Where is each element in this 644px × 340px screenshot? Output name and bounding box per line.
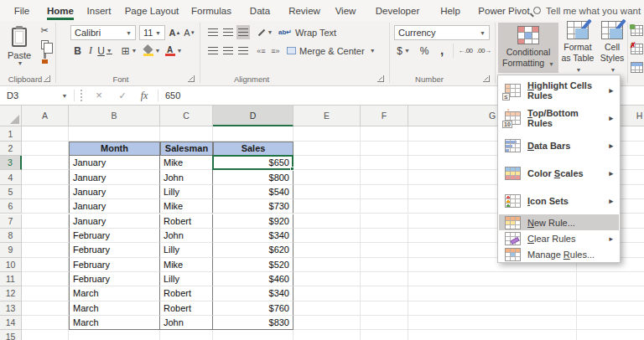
cell-B15[interactable] [69,330,160,340]
cell-B11[interactable]: February [69,272,160,286]
cell-B9[interactable]: February [69,243,160,257]
column-header-E[interactable]: E [293,106,361,126]
align-right-button[interactable] [236,44,250,58]
cell-F4[interactable] [361,170,408,184]
cell-B4[interactable]: January [69,170,160,184]
column-header-F[interactable]: F [361,106,408,126]
font-family-select[interactable]: Calibri▼ [70,25,136,40]
cell-D7[interactable]: $920 [213,214,293,229]
cell-C10[interactable]: Mike [160,258,213,272]
cell-H12[interactable] [577,286,644,301]
tab-power-pivot[interactable]: Power Pivot [478,0,529,21]
format-as-table-button[interactable]: Format as Table ▼ [560,23,595,73]
row-header-5[interactable]: 5 [0,185,22,199]
row-header-3[interactable]: 3 [0,156,22,170]
table-header-sales[interactable]: Sales [213,142,293,156]
cell-A9[interactable] [22,243,69,257]
cancel-icon[interactable]: × [92,86,106,105]
cell-B10[interactable]: February [69,258,160,272]
menu-item-icon-sets[interactable]: Icon Sets▸ [499,187,619,214]
cut-button[interactable]: ✂ [37,24,52,36]
cell-E3[interactable] [293,156,361,170]
cell-D15[interactable] [213,330,293,340]
row-header-12[interactable]: 12 [0,286,22,301]
delete-cells-button[interactable] [631,44,643,54]
decrease-indent-button[interactable]: «≡ [255,44,267,58]
tab-page-layout[interactable]: Page Layout [125,0,179,21]
cell-A14[interactable] [22,316,69,330]
align-left-button[interactable] [206,44,220,58]
enter-icon[interactable]: ✓ [116,86,129,105]
cell-F1[interactable] [361,126,408,141]
cell-C5[interactable]: Lilly [160,185,213,199]
row-header-9[interactable]: 9 [0,243,22,257]
cell-D13[interactable]: $760 [213,301,293,316]
cell-C12[interactable]: Robert [160,286,213,301]
cell-C6[interactable]: Mike [160,199,213,214]
cell-D1[interactable] [213,126,293,141]
cell-D6[interactable]: $730 [213,199,293,214]
column-header-B[interactable]: B [69,106,160,126]
cell-G13[interactable] [408,301,577,316]
tab-data[interactable]: Data [250,0,270,21]
increase-decimal-button[interactable]: ←.00 [457,44,474,58]
cell-H11[interactable] [577,272,644,286]
cell-styles-button[interactable]: Cell Styles ▼ [597,23,627,73]
select-all-corner[interactable] [0,106,22,126]
cell-F9[interactable] [361,243,408,257]
wrap-text-button[interactable]: ab↵ Wrap Text [278,25,367,39]
cell-F7[interactable] [361,214,408,229]
underline-button[interactable]: U▼ [97,44,112,58]
conditional-formatting-button[interactable]: Conditional Formatting ▼ [498,23,558,73]
cell-B1[interactable] [69,126,160,141]
row-header-15[interactable]: 15 [0,330,22,340]
cell-H13[interactable] [577,301,644,316]
cell-E5[interactable] [293,185,361,199]
cell-A1[interactable] [22,126,69,141]
cell-E10[interactable] [293,258,361,272]
font-dialog-launcher[interactable] [188,75,195,82]
cell-D5[interactable]: $540 [213,185,293,199]
row-header-7[interactable]: 7 [0,214,22,229]
orientation-button[interactable]: ▼ [255,25,275,39]
alignment-dialog-launcher[interactable] [377,75,384,82]
cell-A6[interactable] [22,199,69,214]
cell-F3[interactable] [361,156,408,170]
cell-C1[interactable] [160,126,213,141]
cell-F5[interactable] [361,185,408,199]
cell-C9[interactable]: Lilly [160,243,213,257]
cell-G14[interactable] [408,316,577,330]
increase-font-size-button[interactable]: A▲ [168,25,182,39]
bottom-align-button[interactable] [236,25,250,39]
cell-B12[interactable]: March [69,286,160,301]
tab-help[interactable]: Help [440,0,460,21]
align-center-button[interactable] [221,44,235,58]
fill-color-button[interactable]: ▼ [143,44,161,58]
cell-E13[interactable] [293,301,361,316]
italic-button[interactable]: I [86,44,96,58]
cell-C14[interactable]: John [160,316,213,330]
tell-me-search[interactable]: Tell me what you want [533,0,641,21]
cell-G11[interactable] [408,272,577,286]
cell-B6[interactable]: January [69,199,160,214]
menu-item-top-bottom-rules[interactable]: 10↑Top/Bottom Rules▸ [499,104,619,131]
row-header-14[interactable]: 14 [0,316,22,330]
insert-cells-button[interactable] [631,25,643,36]
menu-item-data-bars[interactable]: Data Bars▸ [499,131,619,159]
cell-H15[interactable] [577,330,644,340]
cell-E4[interactable] [293,170,361,184]
format-painter-button[interactable] [37,53,52,64]
row-header-1[interactable]: 1 [0,126,22,141]
name-box[interactable]: D3 [7,86,18,105]
cell-E7[interactable] [293,214,361,229]
cell-A11[interactable] [22,272,69,286]
cell-D10[interactable]: $520 [213,258,293,272]
table-header-month[interactable]: Month [69,142,160,156]
cell-A13[interactable] [22,301,69,316]
cell-F10[interactable] [361,258,408,272]
cell-G15[interactable] [408,330,577,340]
cell-F13[interactable] [361,301,408,316]
cell-E1[interactable] [293,126,361,141]
cell-A3[interactable] [22,156,69,170]
tab-view[interactable]: View [335,0,356,21]
